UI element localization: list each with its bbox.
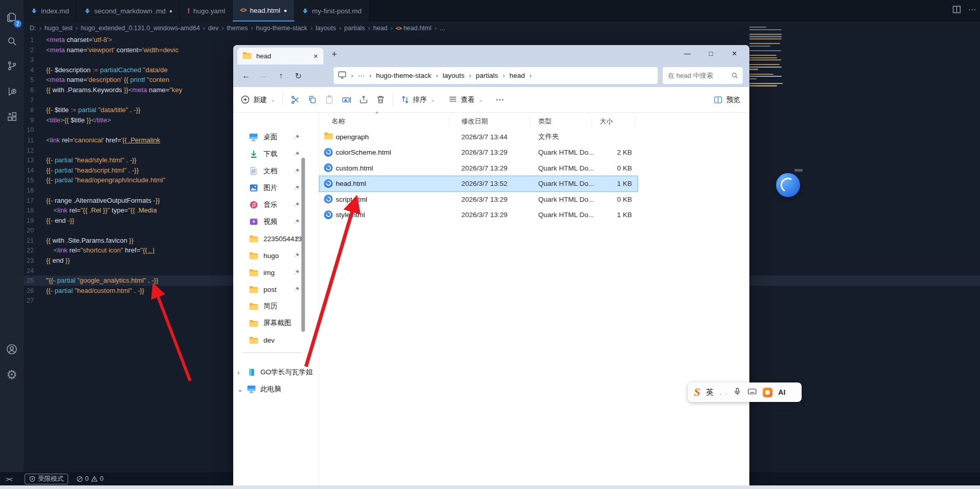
- breadcrumb-separator-icon: ›: [251, 25, 253, 32]
- delete-button[interactable]: [376, 95, 385, 104]
- breadcrumb-item-head[interactable]: head: [509, 72, 525, 79]
- maximize-icon[interactable]: □: [699, 45, 723, 61]
- breadcrumb-item[interactable]: ...: [440, 25, 445, 32]
- breadcrumb-item[interactable]: themes: [227, 25, 248, 32]
- keyboard-icon[interactable]: [747, 387, 757, 398]
- line-number: 8: [24, 105, 46, 116]
- file-row-style.html[interactable]: style.html2026/3/7 13:29Quark HTML Do...…: [319, 207, 638, 223]
- problems-indicator[interactable]: 0 0: [76, 475, 104, 482]
- share-button[interactable]: [359, 95, 369, 104]
- breadcrumb-item[interactable]: dev: [208, 25, 218, 32]
- editor-tab-index-md[interactable]: index.md: [24, 0, 77, 22]
- explorer-tab-strip: head ✕ + — □ ✕: [233, 45, 749, 65]
- breadcrumb-item[interactable]: head: [373, 25, 387, 32]
- refresh-button[interactable]: ↻: [290, 71, 307, 81]
- run-debug-icon[interactable]: [0, 81, 24, 101]
- up-button[interactable]: ↑: [272, 71, 290, 80]
- remote-indicator-icon[interactable]: ><: [0, 475, 17, 483]
- preview-button[interactable]: 预览: [713, 95, 740, 104]
- breadcrumb-item[interactable]: head.html: [403, 25, 432, 32]
- column-name[interactable]: 名称: [332, 117, 450, 127]
- file-name: script.html: [336, 196, 368, 203]
- forward-button[interactable]: →: [255, 71, 272, 80]
- ime-skin-icon[interactable]: [763, 388, 772, 397]
- copy-icon: [308, 95, 317, 104]
- search-icon[interactable]: [0, 31, 24, 51]
- minimap-line: [749, 74, 773, 75]
- minimap-line: [749, 34, 782, 35]
- breadcrumb-item-partials[interactable]: partials: [476, 72, 498, 79]
- breadcrumb-item-hugo-theme-stack[interactable]: hugo-theme-stack: [376, 72, 432, 79]
- editor-tab-second-markdown-md[interactable]: second_markdown .md●: [77, 0, 180, 22]
- minimap-line: [749, 78, 757, 79]
- sidebar-tree-item-this-pc[interactable]: ⌄此电脑: [233, 381, 315, 397]
- sidebar-tree-item-cloud[interactable]: ›GO学长与瓦学姐: [233, 365, 315, 380]
- new-tab-icon[interactable]: +: [332, 49, 337, 60]
- quark-float-ball[interactable]: [776, 173, 800, 197]
- file-row-opengraph[interactable]: opengraph2026/3/7 13:44文件夹: [319, 129, 638, 144]
- ai-assistant-icon[interactable]: AI: [778, 388, 785, 396]
- tab-close-icon[interactable]: ✕: [313, 53, 318, 60]
- source-control-icon[interactable]: [0, 55, 24, 76]
- breadcrumb-item-layouts[interactable]: layouts: [443, 72, 465, 79]
- file-size: 1 KB: [591, 180, 632, 187]
- ime-tray: S 英 、. AI: [688, 382, 802, 402]
- view-button[interactable]: 查看 ⌄: [448, 95, 483, 104]
- ime-logo-icon[interactable]: S: [694, 386, 700, 399]
- more-options-button[interactable]: ···: [496, 96, 505, 103]
- restricted-mode-badge[interactable]: 受限模式: [25, 474, 68, 484]
- account-icon[interactable]: [0, 339, 24, 359]
- new-button[interactable]: 新建 ⌄: [240, 95, 275, 104]
- sort-ascending-icon: ^: [376, 111, 378, 117]
- sort-button[interactable]: 排序 ⌄: [400, 95, 435, 104]
- breadcrumb-overflow[interactable]: ···: [358, 72, 365, 79]
- file-row-script.html[interactable]: script.html2026/3/7 13:29Quark HTML Do..…: [319, 192, 638, 207]
- extensions-icon[interactable]: [0, 107, 24, 127]
- scrollbar-dash[interactable]: [794, 169, 803, 172]
- breadcrumb-item[interactable]: hugo_test: [45, 25, 73, 32]
- more-actions-icon[interactable]: ⋯: [968, 5, 976, 16]
- search-input[interactable]: [667, 71, 731, 80]
- breadcrumb-item[interactable]: hugo-theme-stack: [256, 25, 308, 32]
- sidebar-item-dev[interactable]: dev: [233, 332, 315, 348]
- tab-label: head.html: [250, 7, 280, 14]
- split-editor-icon[interactable]: [952, 5, 961, 16]
- breadcrumb-item[interactable]: partials: [344, 25, 365, 32]
- file-size: 1 KB: [591, 211, 632, 219]
- explorer-files-icon[interactable]: 2: [0, 7, 24, 28]
- column-date[interactable]: 修改日期: [461, 117, 530, 127]
- breadcrumb-item[interactable]: hugo_extended_0.131.0_windows-amd64: [81, 25, 200, 32]
- explorer-breadcrumb[interactable]: ›···›hugo-theme-stack›layouts›partials›h…: [334, 67, 658, 84]
- chevron-down-icon[interactable]: ⌄: [237, 386, 242, 393]
- file-row-head.html[interactable]: head.html2026/3/7 13:52Quark HTML Do...1…: [319, 176, 638, 192]
- minimize-icon[interactable]: —: [676, 45, 699, 61]
- ime-punctuation-icon[interactable]: 、.: [719, 389, 727, 396]
- breadcrumb-item[interactable]: layouts: [316, 25, 336, 32]
- back-button[interactable]: ←: [237, 71, 255, 80]
- minimap-line: [749, 85, 777, 86]
- breadcrumb-item[interactable]: D:: [30, 25, 36, 32]
- paste-button[interactable]: [324, 95, 334, 104]
- minimap-line: [749, 29, 782, 30]
- rename-button[interactable]: A: [341, 95, 352, 105]
- close-icon[interactable]: ✕: [723, 45, 746, 61]
- file-row-colorScheme.html[interactable]: colorScheme.html2026/3/7 13:29Quark HTML…: [319, 145, 638, 160]
- explorer-folder-tab[interactable]: head ✕: [237, 48, 323, 65]
- file-row-custom.html[interactable]: custom.html2026/3/7 13:29Quark HTML Do..…: [319, 160, 638, 176]
- sidebar-item-桌面[interactable]: 桌面: [233, 130, 315, 145]
- chevron-right-icon[interactable]: ›: [237, 369, 242, 376]
- sidebar-scrollbar[interactable]: [301, 158, 305, 332]
- microphone-icon[interactable]: [733, 387, 742, 398]
- editor-tab-hugo-yaml[interactable]: !hugo.yaml: [180, 0, 233, 22]
- editor-tab-my-first-post-md[interactable]: my-first-post.md: [295, 0, 370, 22]
- tab-label: index.md: [41, 7, 69, 15]
- minimap[interactable]: [749, 27, 795, 90]
- column-size[interactable]: 大小: [600, 117, 636, 127]
- column-type[interactable]: 类型: [538, 117, 592, 127]
- ime-language-toggle[interactable]: 英: [706, 388, 713, 397]
- editor-tab-head-html[interactable]: <>head.html●: [233, 0, 294, 22]
- copy-button[interactable]: [308, 95, 317, 104]
- cut-button[interactable]: [290, 95, 300, 105]
- settings-gear-icon[interactable]: ⚙: [0, 365, 24, 385]
- code-text: ''{{- partial "google_analytics.html" . …: [46, 277, 158, 284]
